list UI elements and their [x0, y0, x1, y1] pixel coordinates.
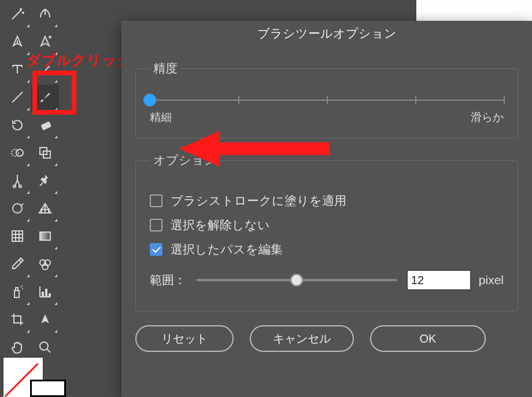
keep-selected-label: 選択を解除しない — [171, 217, 270, 233]
zoom-icon — [37, 339, 53, 358]
cancel-button[interactable]: キャンセル — [250, 325, 354, 352]
eraser-tool[interactable] — [31, 112, 59, 140]
perspective-grid-icon — [37, 200, 53, 219]
crop-icon — [9, 311, 25, 330]
svg-point-0 — [45, 13, 46, 15]
svg-point-7 — [19, 185, 21, 188]
edit-selected-label: 選択したパスを編集 — [171, 241, 283, 258]
fidelity-panel: 精度 精細 滑らか — [135, 60, 518, 138]
spray-icon — [9, 284, 25, 302]
svg-rect-21 — [49, 293, 51, 297]
gradient-tool[interactable] — [31, 223, 59, 251]
swatch-tool[interactable] — [31, 251, 59, 279]
gradient-icon — [37, 228, 53, 247]
reset-button[interactable]: リセット — [135, 325, 234, 352]
scissors-tool[interactable] — [3, 168, 31, 196]
svg-rect-15 — [16, 288, 18, 291]
symbol-sprayer-tool[interactable] — [3, 196, 31, 223]
svg-point-6 — [13, 185, 16, 188]
shape-builder-icon — [37, 145, 53, 163]
knife-tool[interactable] — [31, 307, 59, 334]
line-segment-icon — [9, 89, 25, 108]
fill-new-strokes-row[interactable]: ブラシストロークに塗りを適用 — [150, 193, 504, 209]
svg-rect-9 — [12, 231, 23, 241]
svg-rect-1 — [40, 121, 51, 130]
svg-point-17 — [22, 288, 23, 289]
edit-selected-checkbox[interactable] — [150, 243, 162, 256]
fill-new-strokes-label: ブラシストロークに塗りを適用 — [171, 193, 346, 209]
within-range-slider[interactable] — [197, 279, 397, 281]
svg-rect-10 — [40, 232, 50, 240]
dialog-title: ブラシツールオプション — [121, 21, 532, 46]
fidelity-legend: 精度 — [150, 60, 181, 76]
fidelity-slider[interactable] — [150, 96, 504, 104]
within-range-input[interactable] — [407, 270, 471, 290]
options-legend: オプション — [150, 152, 220, 168]
swatch-icon — [37, 256, 53, 274]
line-segment-tool[interactable] — [3, 84, 31, 112]
svg-point-22 — [40, 342, 48, 350]
svg-rect-20 — [45, 289, 47, 297]
mesh-icon — [9, 228, 25, 247]
rotate-tool[interactable] — [3, 112, 31, 140]
svg-point-8 — [13, 204, 22, 213]
fidelity-max-label: 滑らか — [471, 110, 504, 125]
stroke-swatch[interactable] — [30, 380, 66, 397]
dialog-button-row: リセット キャンセル OK — [135, 325, 518, 352]
svg-rect-14 — [14, 291, 19, 297]
fidelity-min-label: 精細 — [150, 110, 172, 125]
column-graph-icon — [37, 284, 53, 302]
svg-rect-19 — [42, 292, 44, 297]
perspective-grid-tool[interactable] — [31, 196, 59, 223]
svg-point-16 — [20, 286, 21, 288]
eraser-icon — [37, 117, 53, 135]
keep-selected-row[interactable]: 選択を解除しない — [150, 217, 504, 233]
brush-tool-options-dialog: ブラシツールオプション 精度 精細 滑らか オプション ブラシストロークに塗りを… — [121, 21, 532, 397]
rotate-icon — [9, 117, 25, 135]
type-icon — [9, 61, 25, 80]
fill-stroke-swatch[interactable] — [3, 358, 68, 397]
column-graph-tool[interactable] — [31, 279, 59, 307]
within-range-unit: pixel — [479, 273, 504, 287]
blend-tool[interactable] — [3, 140, 31, 168]
shape-builder-tool[interactable] — [31, 140, 59, 168]
pin-icon — [37, 172, 53, 191]
options-panel: オプション ブラシストロークに塗りを適用 選択を解除しない 選択したパスを編集 … — [135, 152, 518, 311]
within-range-label: 範囲： — [150, 272, 186, 288]
annotation-highlight-box — [32, 71, 76, 115]
mesh-tool[interactable] — [3, 223, 31, 251]
svg-point-3 — [16, 149, 23, 156]
within-range-row: 範囲： pixel — [150, 270, 504, 290]
blend-icon — [9, 145, 25, 163]
document-edge — [416, 0, 532, 23]
magic-wand-tool[interactable] — [3, 1, 31, 29]
pen-icon — [9, 34, 25, 52]
curvature-pen-icon — [37, 6, 53, 24]
hand-icon — [9, 339, 25, 358]
fill-new-strokes-checkbox[interactable] — [150, 194, 162, 207]
knife-icon — [37, 311, 53, 330]
within-range-knob[interactable] — [290, 274, 303, 286]
pin-tool[interactable] — [31, 168, 59, 196]
eyedropper-icon — [9, 256, 25, 274]
eyedropper-tool[interactable] — [3, 251, 31, 279]
edit-selected-row[interactable]: 選択したパスを編集 — [150, 241, 504, 258]
lasso-icon — [9, 200, 25, 219]
keep-selected-checkbox[interactable] — [150, 219, 162, 231]
annotation-label: ダブルクリック — [27, 51, 132, 69]
scissors-icon — [9, 172, 25, 191]
curvature-pen-tool[interactable] — [31, 1, 59, 29]
magic-wand-icon — [9, 6, 25, 24]
artboard-tool[interactable] — [3, 307, 31, 334]
anchor-point-icon — [37, 34, 53, 52]
symbol-tool[interactable] — [3, 279, 31, 307]
ok-button[interactable]: OK — [370, 325, 486, 352]
fidelity-slider-knob[interactable] — [143, 94, 156, 106]
svg-point-18 — [21, 285, 23, 286]
